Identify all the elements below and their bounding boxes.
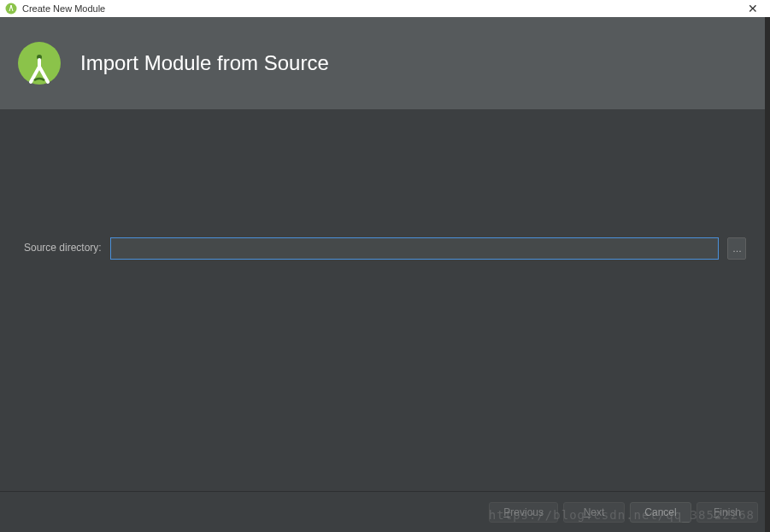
right-edge-strip	[765, 17, 770, 532]
dialog-footer: Previous Next Cancel Finish	[0, 491, 770, 532]
titlebar: Create New Module ✕	[0, 0, 770, 17]
android-studio-logo-icon	[17, 41, 62, 85]
next-button[interactable]: Next	[563, 502, 625, 523]
android-studio-icon	[5, 3, 17, 15]
previous-button[interactable]: Previous	[489, 502, 558, 523]
titlebar-left: Create New Module	[5, 3, 105, 15]
dialog-header: Import Module from Source	[0, 17, 770, 109]
cancel-button[interactable]: Cancel	[630, 502, 691, 523]
window-title: Create New Module	[22, 3, 105, 14]
source-directory-input[interactable]	[110, 237, 719, 260]
finish-button[interactable]: Finish	[697, 502, 758, 523]
source-directory-label: Source directory:	[24, 237, 102, 254]
dialog-title: Import Module from Source	[80, 51, 329, 75]
close-button[interactable]: ✕	[741, 2, 765, 15]
browse-button[interactable]: …	[727, 237, 746, 260]
dialog-content: Source directory: …	[0, 109, 770, 491]
